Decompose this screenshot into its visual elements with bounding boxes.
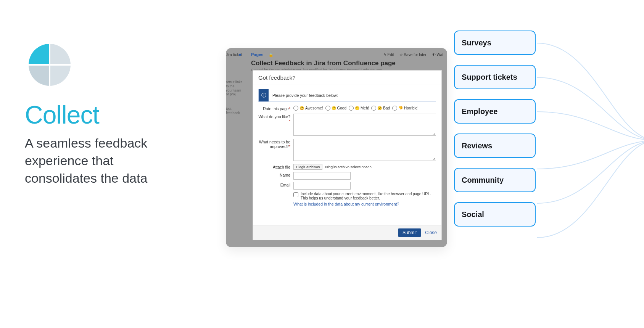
rating-label: Good <box>337 106 346 110</box>
rating-label: Horrible! <box>404 106 419 110</box>
email-label: Email <box>258 182 293 188</box>
lock-icon: 🔒 <box>269 53 273 57</box>
rating-radio[interactable] <box>392 106 397 111</box>
dialog-title: Got feedback? <box>253 71 441 85</box>
rating-radio[interactable] <box>293 106 298 111</box>
rating-options: 😃Awesome!🙂Good😐Meh!☹️Bad👎Horrible! <box>293 106 436 111</box>
sidebar-text-a: ortcut links to the your team or proj <box>226 80 244 96</box>
source-card: Community <box>454 168 536 192</box>
hero: Collect A seamless feedback experience t… <box>25 40 189 187</box>
rating-emoji-icon: 🙂 <box>332 106 336 110</box>
curve-lines-icon <box>534 26 644 255</box>
rating-label: Meh! <box>361 106 369 110</box>
name-label: Name <box>258 172 293 178</box>
rating-label: Awesome! <box>305 106 323 110</box>
choose-files-button[interactable]: Elegir archivos <box>293 164 322 170</box>
improve-label: What needs to be improved?* <box>258 139 293 149</box>
close-button[interactable]: Close <box>425 228 437 237</box>
feedback-dialog: Got feedback? ⓘ Please provide your feed… <box>253 70 442 240</box>
source-card: Employee <box>454 99 536 124</box>
rating-emoji-icon: ☹️ <box>377 106 382 110</box>
svg-rect-1 <box>28 64 71 66</box>
save-for-later-button[interactable]: ☆ Save for later <box>399 53 427 57</box>
hero-title: Collect <box>25 100 189 129</box>
confluence-sidebar-snippet: Jira ticket ★ ortcut links to the your t… <box>226 48 244 247</box>
info-text: Please provide your feedback below: <box>269 89 342 101</box>
like-label: What do you like?* <box>258 114 293 124</box>
improve-textarea[interactable] <box>293 139 436 161</box>
source-card: Surveys <box>454 31 536 55</box>
pages-breadcrumb[interactable]: Pages <box>251 52 263 57</box>
email-input[interactable] <box>293 182 351 190</box>
edit-button[interactable]: ✎ Edit <box>383 53 394 57</box>
rating-label: Bad <box>383 106 390 110</box>
env-info-link[interactable]: What is included in the data about my cu… <box>293 202 399 206</box>
no-file-text: Ningún archivo seleccionado <box>325 165 371 169</box>
rating-emoji-icon: 😐 <box>355 106 359 110</box>
star-icon: ★ <box>238 52 242 57</box>
rating-radio[interactable] <box>325 106 330 111</box>
source-card: Reviews <box>454 133 536 158</box>
info-icon: ⓘ <box>259 89 269 101</box>
rating-option[interactable]: 😐Meh! <box>349 106 369 111</box>
rating-radio[interactable] <box>349 106 354 111</box>
rating-option[interactable]: 👎Horrible! <box>392 106 419 111</box>
source-card: Social <box>454 202 536 227</box>
watch-button[interactable]: 👁 Wat <box>432 53 443 57</box>
sidebar-text-b: test feedback <box>226 107 244 115</box>
rating-option[interactable]: 😃Awesome! <box>293 106 323 111</box>
rate-label: Rate this page* <box>258 106 293 111</box>
hero-subtitle: A seamless feedback experience that cons… <box>25 135 189 187</box>
feedback-screenshot: Jira ticket ★ ortcut links to the your t… <box>226 48 447 247</box>
rating-emoji-icon: 😃 <box>299 106 304 110</box>
rating-option[interactable]: ☹️Bad <box>371 106 390 111</box>
include-env-checkbox[interactable] <box>293 192 298 197</box>
source-cards: SurveysSupport ticketsEmployeeReviewsCom… <box>454 31 536 227</box>
confluence-page-title: Collect Feedback in Jira from Confluence… <box>251 59 443 67</box>
include-env-text: Include data about your current environm… <box>301 192 436 200</box>
rating-option[interactable]: 🙂Good <box>325 106 346 111</box>
info-banner: ⓘ Please provide your feedback below: <box>258 89 436 102</box>
like-textarea[interactable] <box>293 114 436 136</box>
name-input[interactable] <box>293 172 351 180</box>
rating-radio[interactable] <box>371 106 376 111</box>
submit-button[interactable]: Submit <box>398 228 421 237</box>
collect-logo-icon <box>25 40 74 90</box>
source-card: Support tickets <box>454 65 536 89</box>
rating-emoji-icon: 👎 <box>398 106 403 110</box>
attach-label: Attach file <box>258 164 293 170</box>
